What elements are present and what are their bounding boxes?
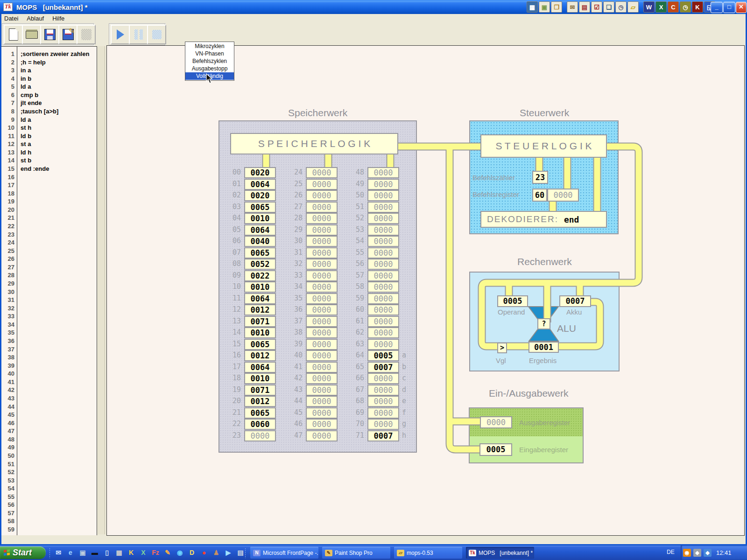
close-button[interactable]: ✕ <box>736 2 747 13</box>
task-frontpage[interactable]: NMicrosoft FrontPage -... <box>250 547 318 559</box>
memory-cell-01[interactable]: 0064 <box>244 179 276 190</box>
code-line[interactable]: ;tausch [a>b] <box>21 108 58 115</box>
code-line[interactable]: ld b <box>21 133 31 140</box>
memory-cell-56[interactable]: 0000 <box>367 259 399 270</box>
memory-cell-10[interactable]: 0010 <box>244 281 276 293</box>
run-button[interactable] <box>111 25 130 44</box>
stop-button[interactable] <box>147 25 166 44</box>
memory-cell-15[interactable]: 0065 <box>244 339 276 350</box>
memory-cell-22[interactable]: 0060 <box>244 419 276 430</box>
menu-item-vn-phasen[interactable]: VN-Phasen <box>185 50 234 57</box>
volume-icon[interactable]: ◈ <box>693 549 701 557</box>
memory-cell-67[interactable]: 0000 <box>367 385 399 396</box>
code-line[interactable]: ;h = help <box>21 59 46 66</box>
journal-icon[interactable]: ◷ <box>615 1 627 13</box>
mail-icon[interactable]: ✉ <box>567 1 578 13</box>
memory-cell-41[interactable]: 0000 <box>306 362 338 373</box>
memory-cell-14[interactable]: 0010 <box>244 327 276 338</box>
phone-icon[interactable]: ▬ <box>90 547 100 558</box>
language-indicator[interactable]: DE <box>667 549 675 555</box>
menu-hilfe[interactable]: Hilfe <box>48 14 69 22</box>
save-button[interactable] <box>40 25 59 44</box>
media-player-icon[interactable]: ▶ <box>223 547 233 558</box>
memory-cell-70[interactable]: 0000 <box>367 419 399 430</box>
memory-cell-42[interactable]: 0000 <box>306 373 338 384</box>
memory-cell-58[interactable]: 0000 <box>367 281 399 293</box>
memory-cell-20[interactable]: 0012 <box>244 396 276 407</box>
memory-cell-00[interactable]: 0020 <box>244 167 276 178</box>
paint-icon[interactable]: ✎ <box>162 547 173 558</box>
pause-button[interactable] <box>129 25 148 44</box>
memory-cell-04[interactable]: 0010 <box>244 213 276 224</box>
memory-cell-47[interactable]: 0000 <box>306 430 338 441</box>
outlook-express-icon[interactable]: ✉ <box>53 547 63 558</box>
teamviewer-icon[interactable]: ◉ <box>175 547 185 558</box>
memory-cell-05[interactable]: 0064 <box>244 224 276 236</box>
memory-cell-24[interactable]: 0000 <box>306 167 338 178</box>
memory-cell-55[interactable]: 0000 <box>367 247 399 259</box>
memory-cell-65[interactable]: 0007 <box>367 362 399 373</box>
memory-cell-50[interactable]: 0000 <box>367 190 399 201</box>
memory-cell-57[interactable]: 0000 <box>367 270 399 281</box>
memory-cell-44[interactable]: 0000 <box>306 396 338 407</box>
code-line[interactable]: st a <box>21 140 31 147</box>
menu-item-befehlszyklen[interactable]: Befehlszyklen <box>185 57 234 65</box>
filezilla-icon[interactable]: Fz <box>150 547 161 558</box>
network-icon[interactable]: ◆ <box>704 549 712 557</box>
memory-cell-62[interactable]: 0000 <box>367 327 399 338</box>
memory-cell-60[interactable]: 0000 <box>367 304 399 315</box>
memory-cell-06[interactable]: 0040 <box>244 236 276 247</box>
word-icon[interactable]: W <box>643 1 655 13</box>
code-line[interactable]: ld a <box>21 116 31 123</box>
menu-item-mikrozyklen[interactable]: Mikrozyklen <box>185 42 234 50</box>
code-line[interactable]: cmp b <box>21 91 38 98</box>
desktop-grid-icon[interactable]: ▦ <box>527 1 538 13</box>
menu-ablauf[interactable]: Ablauf <box>22 14 48 22</box>
schedule-icon[interactable]: ◷ <box>680 1 691 13</box>
minimize-button[interactable]: _ <box>711 2 723 13</box>
memory-cell-59[interactable]: 0000 <box>367 293 399 304</box>
antivirus-icon[interactable]: ◉ <box>683 549 691 557</box>
memory-cell-33[interactable]: 0000 <box>306 270 338 281</box>
memory-cell-34[interactable]: 0000 <box>306 281 338 293</box>
memory-cell-61[interactable]: 0000 <box>367 316 399 327</box>
code-line[interactable]: in a <box>21 67 31 74</box>
memory-cell-54[interactable]: 0000 <box>367 236 399 247</box>
memory-cell-23[interactable]: 0000 <box>244 430 276 441</box>
memory-cell-27[interactable]: 0000 <box>306 202 338 213</box>
code-editor-panel[interactable]: 1234567891011121314151617181920212223242… <box>1 46 97 535</box>
outlook-icon[interactable]: C <box>668 1 679 13</box>
task-mops-app[interactable]: TkMOPS [unbekannt] * <box>466 547 534 559</box>
k-app-icon[interactable]: K <box>126 547 136 558</box>
memory-cell-13[interactable]: 0071 <box>244 316 276 327</box>
memory-cell-09[interactable]: 0022 <box>244 270 276 281</box>
memory-cell-18[interactable]: 0010 <box>244 373 276 384</box>
title-bar[interactable]: Tk MOPS [unbekannt] * ▦▣❒✉▤☑❏◷▱WXC◷K◱ _ … <box>0 0 747 14</box>
memory-cell-64[interactable]: 0005 <box>367 350 399 361</box>
memory-cell-66[interactable]: 0000 <box>367 373 399 384</box>
access-icon[interactable]: K <box>692 1 703 13</box>
memory-cell-40[interactable]: 0000 <box>306 350 338 361</box>
clock[interactable]: 12:41 <box>716 549 732 556</box>
memory-cell-68[interactable]: 0000 <box>367 396 399 407</box>
printer-icon[interactable]: ▤ <box>235 547 246 558</box>
new-file-button[interactable] <box>4 25 23 44</box>
memory-cell-16[interactable]: 0012 <box>244 350 276 361</box>
memory-cell-49[interactable]: 0000 <box>367 179 399 190</box>
calculator-icon[interactable]: ▦ <box>114 547 124 558</box>
memory-cell-38[interactable]: 0000 <box>306 327 338 338</box>
memory-cell-63[interactable]: 0000 <box>367 339 399 350</box>
memory-cell-07[interactable]: 0065 <box>244 247 276 259</box>
memory-cell-21[interactable]: 0065 <box>244 407 276 419</box>
notes-icon[interactable]: ▱ <box>627 1 639 13</box>
code-line[interactable]: ;sortieren zweier zahlen <box>21 50 89 57</box>
memory-cell-32[interactable]: 0000 <box>306 259 338 270</box>
tasks-icon[interactable]: ☑ <box>591 1 602 13</box>
code-line[interactable]: ld h <box>21 149 31 156</box>
memory-cell-31[interactable]: 0000 <box>306 247 338 259</box>
memory-cell-53[interactable]: 0000 <box>367 224 399 236</box>
memory-cell-03[interactable]: 0065 <box>244 202 276 213</box>
code-line[interactable]: st h <box>21 124 31 131</box>
task-paintshop[interactable]: ✎Paint Shop Pro <box>322 547 390 559</box>
memory-cell-71[interactable]: 0007 <box>367 430 399 441</box>
